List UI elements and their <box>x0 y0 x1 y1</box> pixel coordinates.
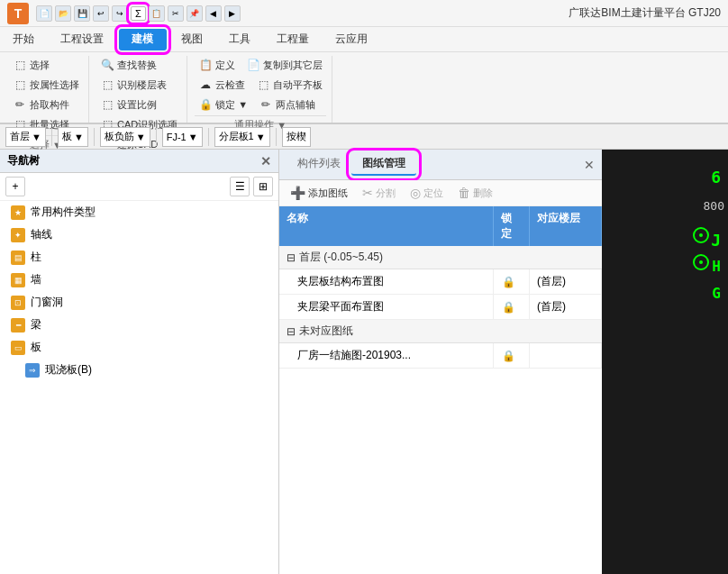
split-btn[interactable]: ✂ 分割 <box>359 184 399 202</box>
group-unmatched[interactable]: ⊟ 未对应图纸 <box>279 320 602 343</box>
row-floor-2: (首层) <box>530 295 602 319</box>
next-icon[interactable]: ▶ <box>224 5 241 22</box>
undo-icon[interactable]: ↩ <box>93 5 109 22</box>
tree-expand-btn[interactable]: ⊞ <box>253 177 273 196</box>
tree-item-column[interactable]: ▤ 柱 <box>0 246 278 269</box>
tree-item-common[interactable]: ★ 常用构件类型 <box>0 201 278 223</box>
nav-tools[interactable]: 工具 <box>216 27 264 51</box>
tab-component-list[interactable]: 构件列表 <box>287 153 351 176</box>
group-collapse-icon: ⊟ <box>287 251 296 264</box>
lock-ribbon-icon: 🔒 <box>198 97 213 112</box>
pick-btn[interactable]: ✏ 拾取构件 <box>9 96 83 114</box>
copy-icon[interactable]: 📋 <box>149 5 165 22</box>
nav-view[interactable]: 视图 <box>168 27 216 51</box>
divider-2 <box>94 128 95 146</box>
delete-icon: 🗑 <box>458 186 470 200</box>
two-point-btn[interactable]: ✏ 两点辅轴 <box>255 96 319 114</box>
open-file-icon[interactable]: 📂 <box>55 5 71 22</box>
right-panel-close[interactable]: ✕ <box>584 158 595 172</box>
lock-btn[interactable]: 🔒 锁定 ▼ <box>195 96 251 114</box>
tab-drawing-management[interactable]: 图纸管理 <box>351 153 416 176</box>
rebar-select[interactable]: 板负筋 ▼ <box>100 127 150 147</box>
auto-level-btn[interactable]: ⬚ 自动平齐板 <box>252 76 326 94</box>
tree-item-door-window[interactable]: ⊡ 门窗洞 <box>0 291 278 314</box>
row-name-3: 厂房一结施图-201903... <box>279 343 494 368</box>
tree-item-cast-slab[interactable]: ⇒ 现浇板(B) <box>0 359 278 381</box>
component-arrow-icon: ▼ <box>74 132 84 142</box>
ribbon-group-general: 📋 定义 📄 复制到其它层 ☁ 云检查 ⬚ 自动平齐板 <box>189 56 332 123</box>
general-group-items: 📋 定义 📄 复制到其它层 ☁ 云检查 ⬚ 自动平齐板 <box>195 56 326 114</box>
prop-select-btn[interactable]: ⬚ 按属性选择 <box>9 76 83 94</box>
title-bar-icons: 📄 📂 💾 ↩ ↪ Σ 📋 ✂ 📌 ◀ ▶ <box>36 5 241 22</box>
copy-floor-icon: 📄 <box>246 58 260 72</box>
component-select[interactable]: 板 ▼ <box>58 127 88 147</box>
nav-build-model[interactable]: 建模 <box>119 29 167 50</box>
common-icon: ★ <box>11 205 25 220</box>
new-file-icon[interactable]: 📄 <box>36 5 52 22</box>
save-icon[interactable]: 💾 <box>74 5 90 22</box>
ribbon-toolbar: ⬚ 选择 ⬚ 按属性选择 ✏ 拾取构件 ⬚ 批量选择 选择 ▼ <box>0 52 728 124</box>
define-icon: 📋 <box>198 58 213 72</box>
tree-item-slab[interactable]: ▭ 板 <box>0 336 278 359</box>
divider-4 <box>208 128 209 146</box>
cloud-check-icon: ☁ <box>198 77 213 92</box>
header-floor: 对应楼层 <box>530 206 602 246</box>
nav-tree-scroll: ★ 常用构件类型 ✦ 轴线 ▤ 柱 ▦ 墙 ⊡ 门窗洞 ━ 梁 <box>0 201 278 574</box>
table-row[interactable]: 夹层梁平面布置图 🔒 (首层) <box>279 295 602 320</box>
table-header: 名称 锁定 对应楼层 <box>279 206 602 246</box>
lock-icon-3: 🔒 <box>501 349 515 363</box>
ribbon-group-select: ⬚ 选择 ⬚ 按属性选择 ✏ 拾取构件 ⬚ 批量选择 选择 ▼ <box>4 56 89 123</box>
header-lock: 锁定 <box>494 206 530 246</box>
cloud-check-btn[interactable]: ☁ 云检查 <box>195 76 249 94</box>
tree-list-view-btn[interactable]: ☰ <box>230 177 250 196</box>
nav-project-settings[interactable]: 工程设置 <box>48 27 117 51</box>
drawing-table: 名称 锁定 对应楼层 ⊟ 首层 (-0.05~5.45) 夹层板结构布置图 🔒 … <box>279 206 602 574</box>
nav-cloud[interactable]: 云应用 <box>323 27 381 51</box>
pin-icon[interactable]: 📌 <box>187 5 203 22</box>
tree-item-wall[interactable]: ▦ 墙 <box>0 269 278 291</box>
identify-floor-icon: ⬚ <box>100 77 114 92</box>
canvas-label-6: 6 <box>711 168 721 187</box>
tree-item-beam[interactable]: ━ 梁 <box>0 314 278 336</box>
set-scale-btn[interactable]: ⬚ 设置比例 <box>96 96 181 114</box>
nav-quantity[interactable]: 工程量 <box>264 27 323 51</box>
table-row[interactable]: 厂房一结施图-201903... 🔒 <box>279 343 602 369</box>
define-btn[interactable]: 📋 定义 <box>195 56 239 74</box>
ribbon-nav: 开始 工程设置 建模 视图 工具 工程量 云应用 <box>0 27 728 52</box>
rebar-arrow-icon: ▼ <box>136 132 146 142</box>
floor-arrow-icon: ▼ <box>32 132 41 142</box>
delete-btn[interactable]: 🗑 删除 <box>454 184 496 202</box>
split-icon: ✂ <box>362 186 373 200</box>
add-drawing-btn[interactable]: ➕ 添加图纸 <box>287 184 351 202</box>
canvas-area: 6 800 J H G <box>602 150 728 574</box>
divider-1 <box>51 128 52 146</box>
type-select[interactable]: FJ-1 ▼ <box>162 127 203 147</box>
select-btn[interactable]: ⬚ 选择 <box>9 56 83 74</box>
auto-level-icon: ⬚ <box>256 77 270 92</box>
right-panel-header: 构件列表 图纸管理 ✕ <box>279 150 602 180</box>
redo-icon[interactable]: ↪ <box>112 5 128 22</box>
table-row[interactable]: 夹层板结构布置图 🔒 (首层) <box>279 269 602 295</box>
svg-point-1 <box>699 233 703 237</box>
find-replace-btn[interactable]: 🔍 查找替换 <box>96 56 181 74</box>
app-logo: T <box>7 3 29 24</box>
row-floor-3 <box>530 343 602 368</box>
nav-start[interactable]: 开始 <box>0 27 48 51</box>
add-component-btn[interactable]: + <box>5 177 25 196</box>
nav-tree-title: 导航树 <box>7 153 40 169</box>
sigma-button[interactable]: Σ <box>131 6 146 21</box>
locate-btn[interactable]: ◎ 定位 <box>406 184 447 202</box>
layer-select[interactable]: 分层板1 ▼ <box>214 127 270 147</box>
nav-tree-close[interactable]: ✕ <box>260 154 271 169</box>
identify-floor-btn[interactable]: ⬚ 识别楼层表 <box>96 76 181 94</box>
copy-floor-btn[interactable]: 📄 复制到其它层 <box>242 56 326 74</box>
type-arrow-icon: ▼ <box>188 132 198 142</box>
tree-item-axis[interactable]: ✦ 轴线 <box>0 223 278 246</box>
lock-arrow: ▼ <box>238 99 248 110</box>
mode-select[interactable]: 按楔 <box>282 127 311 147</box>
prev-icon[interactable]: ◀ <box>205 5 222 22</box>
cut-icon[interactable]: ✂ <box>168 5 184 22</box>
group-first-floor[interactable]: ⊟ 首层 (-0.05~5.45) <box>279 246 602 269</box>
floor-select[interactable]: 首层 ▼ <box>5 127 46 147</box>
tab-row: 构件列表 图纸管理 <box>287 153 416 176</box>
